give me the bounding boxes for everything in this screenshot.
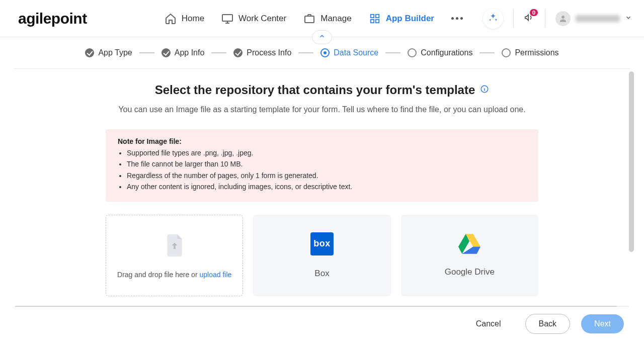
step-label: Permissions xyxy=(515,48,558,57)
step-connector xyxy=(139,52,154,53)
divider xyxy=(545,10,545,28)
notifications-badge: 0 xyxy=(530,9,538,16)
repo-card-google-drive[interactable]: Google Drive xyxy=(401,215,538,296)
step-label: App Info xyxy=(175,48,205,57)
avatar-icon xyxy=(555,11,571,26)
home-icon xyxy=(165,13,177,25)
step-data-source[interactable]: Data Source xyxy=(320,48,378,57)
svg-rect-3 xyxy=(375,14,378,17)
svg-point-6 xyxy=(561,16,565,19)
chevron-down-icon xyxy=(625,14,632,23)
nav-app-builder[interactable]: App Builder xyxy=(369,13,434,25)
back-button[interactable]: Back xyxy=(525,314,571,334)
step-app-info[interactable]: App Info xyxy=(162,48,205,57)
step-label: App Type xyxy=(98,48,132,57)
box-logo-icon: box xyxy=(310,232,334,255)
step-label: Configurations xyxy=(421,48,472,57)
nav-work-center[interactable]: Work Center xyxy=(221,13,286,25)
svg-rect-2 xyxy=(370,14,373,17)
nav-home[interactable]: Home xyxy=(165,13,204,25)
sparkle-icon xyxy=(488,13,498,25)
megaphone-icon xyxy=(524,16,535,25)
more-icon xyxy=(451,17,463,20)
step-connector xyxy=(385,52,400,53)
copilot-button[interactable] xyxy=(483,9,503,29)
file-upload-icon xyxy=(164,232,186,261)
note-item: Any other content is ignored, including … xyxy=(127,181,526,192)
apps-icon xyxy=(369,13,381,25)
repo-label: Box xyxy=(314,269,329,279)
briefcase-icon xyxy=(303,13,315,25)
step-configurations[interactable]: Configurations xyxy=(408,48,472,57)
upload-dropzone[interactable]: Drag and drop file here or upload file xyxy=(106,215,243,296)
step-connector xyxy=(479,52,495,53)
note-item: The file cannot be larger than 10 MB. xyxy=(127,158,526,169)
wizard-footer: Cancel Back Next xyxy=(0,307,644,343)
chevron-up-icon xyxy=(318,33,326,42)
svg-rect-0 xyxy=(222,15,232,21)
page-title: Select the repository that contains your… xyxy=(155,83,475,97)
brand-logo: agilepoint xyxy=(18,10,87,27)
nav-more[interactable] xyxy=(451,17,463,20)
nav-label: Manage xyxy=(320,14,351,24)
upload-prefix: Drag and drop file here or xyxy=(117,271,199,279)
cancel-button[interactable]: Cancel xyxy=(463,314,514,333)
nav-manage[interactable]: Manage xyxy=(303,13,351,25)
main-nav: Home Work Center Manage App Builder xyxy=(165,13,463,25)
step-connector xyxy=(298,52,313,53)
repo-card-box[interactable]: box Box xyxy=(253,215,390,296)
note-item: Regardless of the number of pages, only … xyxy=(127,170,526,181)
note-box: Note for Image file: Supported file type… xyxy=(106,129,538,202)
upload-file-link[interactable]: upload file xyxy=(199,271,231,279)
step-permissions[interactable]: Permissions xyxy=(502,48,558,57)
content-area: Select the repository that contains your… xyxy=(14,68,630,306)
nav-label: Work Center xyxy=(238,14,286,24)
nav-label: Home xyxy=(182,14,204,24)
svg-rect-1 xyxy=(305,16,314,23)
nav-label: App Builder xyxy=(386,14,434,24)
next-button[interactable]: Next xyxy=(581,314,624,333)
note-heading: Note for Image file: xyxy=(118,137,526,145)
user-menu[interactable] xyxy=(555,11,632,26)
info-icon[interactable] xyxy=(480,84,489,96)
vertical-scrollbar[interactable] xyxy=(629,71,634,303)
notifications-button[interactable]: 0 xyxy=(524,12,535,25)
step-label: Process Info xyxy=(247,48,291,57)
repository-grid: Drag and drop file here or upload file b… xyxy=(106,215,538,296)
collapse-stepper-button[interactable] xyxy=(312,30,332,44)
svg-rect-5 xyxy=(375,19,378,22)
step-connector xyxy=(211,52,226,53)
username-redacted xyxy=(576,15,620,22)
divider xyxy=(513,10,514,28)
topbar-actions: 0 xyxy=(483,9,632,29)
step-app-type[interactable]: App Type xyxy=(85,48,132,57)
monitor-icon xyxy=(221,13,233,25)
google-drive-icon xyxy=(458,234,480,254)
repo-label: Google Drive xyxy=(445,267,495,277)
svg-rect-4 xyxy=(370,19,373,22)
step-label: Data Source xyxy=(334,48,378,57)
page-subtitle: You can use an Image file as a starting … xyxy=(105,105,539,114)
note-item: Supported file types are .png, .jpg, .jp… xyxy=(127,147,526,158)
upload-text: Drag and drop file here or upload file xyxy=(117,271,231,279)
step-process-info[interactable]: Process Info xyxy=(233,48,291,57)
